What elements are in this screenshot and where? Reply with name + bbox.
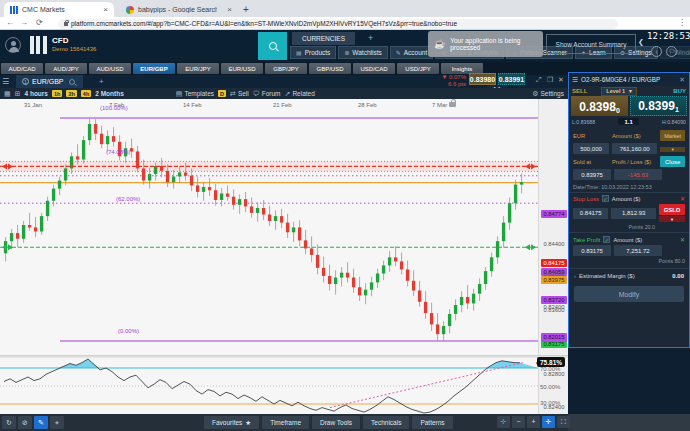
order-type-market-button[interactable]: Market (660, 130, 685, 141)
technicals-button[interactable]: Technicals (363, 416, 409, 429)
draw-pencil-icon[interactable]: ✎ (34, 416, 48, 429)
fit-chart-button[interactable]: ⛶ (557, 416, 570, 428)
power-icon[interactable]: ⏻ (666, 46, 677, 57)
crosshair-button[interactable]: ✛ (542, 416, 555, 428)
stop-loss-price-field[interactable]: 0.84175 (573, 208, 608, 219)
chart-type-icon[interactable]: ▦ (4, 90, 11, 98)
pair-tab-audusd[interactable]: AUD/USD (89, 63, 131, 74)
take-profit-checkbox[interactable]: ✓ (603, 236, 610, 243)
chart-settings-button[interactable]: ⚙Settings (532, 88, 564, 99)
big-sell-price-button[interactable]: 0.83980 (571, 96, 628, 116)
timeframe-menu-button[interactable]: Timeframe (262, 416, 309, 429)
reload-icon[interactable]: ⟳ (36, 18, 43, 27)
pair-tab-eurusd[interactable]: EUR/USD (221, 63, 263, 74)
stop-loss-amount-field[interactable]: 1,812.93 (611, 208, 656, 219)
timeframe-button[interactable]: 4 hours (25, 90, 48, 97)
forum-button[interactable]: 🗩Forum (253, 90, 281, 97)
pair-tab-usdjpy[interactable]: USD/JPY (397, 63, 439, 74)
chart-tab-label: EUR/GBP (32, 78, 64, 85)
forward-icon[interactable]: → (20, 18, 28, 27)
pair-tab-usdcad[interactable]: USD/CAD (353, 63, 395, 74)
menu-products[interactable]: ▤Products (290, 46, 336, 59)
templates-button[interactable]: ▤Templates (176, 90, 214, 98)
amount-field[interactable]: 761,160.00 (612, 143, 657, 154)
favourites-button[interactable]: Favourites★ (204, 416, 259, 429)
close-tab-icon[interactable]: × (227, 5, 232, 14)
reset-chart-icon[interactable]: ↻ (2, 416, 16, 429)
draw-tools-button[interactable]: Draw Tools (312, 416, 360, 429)
close-tab-icon[interactable]: × (103, 5, 108, 14)
remove-stop-loss-icon[interactable]: ✕ (680, 195, 685, 202)
order-panel-title: O2-9R-6M0GE4 / EUR/GBP (581, 76, 660, 83)
axis-label-stop-loss[interactable]: 0.84175 (541, 259, 567, 267)
quick-timeframe-1h[interactable]: 1h (52, 90, 62, 97)
chart-menu-icon[interactable]: ☰ (2, 77, 9, 86)
expand-window-icon[interactable]: ⤢ (536, 76, 542, 84)
pair-tab-eurjpy[interactable]: EUR/JPY (177, 63, 219, 74)
close-icon[interactable]: ✕ (679, 76, 685, 84)
menu-watchlists[interactable]: ≣Watchlists (338, 46, 387, 59)
order-type-chevron[interactable]: ▼ (660, 147, 685, 152)
candlestick-chart[interactable]: 31 Jan 7 Feb 14 Feb 21 Feb 28 Feb 7 Mar … (0, 99, 538, 355)
browser-menu-icon[interactable]: ⋮ (678, 18, 686, 27)
zoom-in-button[interactable]: + (527, 416, 540, 428)
sell-tool-button[interactable]: ⇄Sell (230, 90, 249, 98)
drawing-lock-icon[interactable] (449, 102, 456, 107)
collapse-panel-icon[interactable]: ❮ (638, 38, 644, 46)
workspace-tab-currencies[interactable]: CURRENCIES (292, 32, 355, 45)
popout-window-icon[interactable]: ❐ (547, 76, 553, 84)
zoom-out-button[interactable]: − (512, 416, 525, 428)
browser-tab-google[interactable]: babypips - Google Search × (120, 2, 238, 17)
pan-icon[interactable]: ⊹ (497, 416, 510, 428)
no-draw-icon[interactable]: ⊘ (18, 416, 32, 429)
pair-tab-eurgbp[interactable]: EUR/GBP (133, 63, 175, 74)
take-profit-amount-field[interactable]: 7,251.72 (614, 245, 662, 256)
order-menu-icon[interactable]: ☰ (569, 76, 581, 84)
rsi-panel[interactable] (0, 358, 538, 414)
sell-label: SELL (572, 88, 587, 94)
related-button[interactable]: ↗Related (285, 90, 315, 98)
sold-at-label: Sold at (573, 159, 609, 165)
units-field[interactable]: 500,000 (573, 143, 609, 154)
remove-take-profit-icon[interactable]: ✕ (680, 236, 685, 243)
new-tab-button[interactable]: + (243, 4, 249, 15)
estimated-margin-row[interactable]: › Estimated Margin ($) 0.00 (569, 268, 689, 283)
instrument-search-icon[interactable] (68, 78, 75, 85)
cursor-tool-icon[interactable]: ⌖ (50, 416, 64, 429)
sell-price-button[interactable]: 0.83980 (469, 73, 496, 85)
profile-avatar[interactable] (5, 37, 21, 53)
buy-price-button[interactable]: 0.83991 (498, 73, 525, 85)
close-position-button[interactable]: Close (660, 156, 685, 167)
gslo-button[interactable]: GSLO (659, 204, 685, 215)
products-icon: ▤ (296, 49, 302, 56)
gear-icon: ⚙ (532, 90, 538, 98)
chart-tab-eurgbp[interactable]: 1 EUR/GBP (16, 75, 83, 88)
stop-loss-checkbox[interactable]: ✓ (602, 195, 609, 202)
quick-timeframe-4h[interactable]: 4h (81, 90, 91, 97)
level-selector[interactable]: Level 1▾ (601, 87, 636, 96)
pair-tab-audcad[interactable]: AUD/CAD (1, 63, 43, 74)
browser-tab-cmc[interactable]: CMC Markets × (4, 2, 114, 17)
menu-account[interactable]: ✎Account (390, 46, 434, 59)
quick-timeframe-2h[interactable]: 2h (66, 90, 76, 97)
big-buy-price-button[interactable]: 0.83991 (630, 96, 687, 116)
add-chart-tab-button[interactable]: + (99, 77, 104, 86)
info-icon[interactable]: i (651, 46, 662, 57)
range-button[interactable]: 2 Months (95, 90, 124, 97)
show-account-summary-button[interactable]: Show Account Summary (546, 34, 636, 54)
layout-icon[interactable]: ⊞ (15, 90, 21, 98)
pair-tab-gbpusd[interactable]: GBP/USD (309, 63, 351, 74)
close-window-icon[interactable]: ✕ (558, 76, 564, 84)
gslo-chevron[interactable]: ▼ (659, 216, 685, 222)
take-profit-price-field[interactable]: 0.83175 (573, 245, 611, 256)
search-button[interactable] (258, 32, 287, 60)
pair-tab-gbpjpy[interactable]: GBP/JPY (265, 63, 307, 74)
patterns-button[interactable]: Patterns (412, 416, 452, 429)
add-workspace-button[interactable]: + (368, 33, 373, 43)
fib-label-62: (62.00%) (116, 196, 140, 202)
back-icon[interactable]: ← (6, 18, 14, 27)
pair-tab-audjpy[interactable]: AUD/JPY (45, 63, 87, 74)
modify-button[interactable]: Modify (574, 286, 684, 302)
url-field[interactable]: platform.cmcmarkets.com/#/app?b=CMC-CFD&… (58, 19, 618, 29)
candle-style-badge[interactable]: D (218, 90, 226, 97)
